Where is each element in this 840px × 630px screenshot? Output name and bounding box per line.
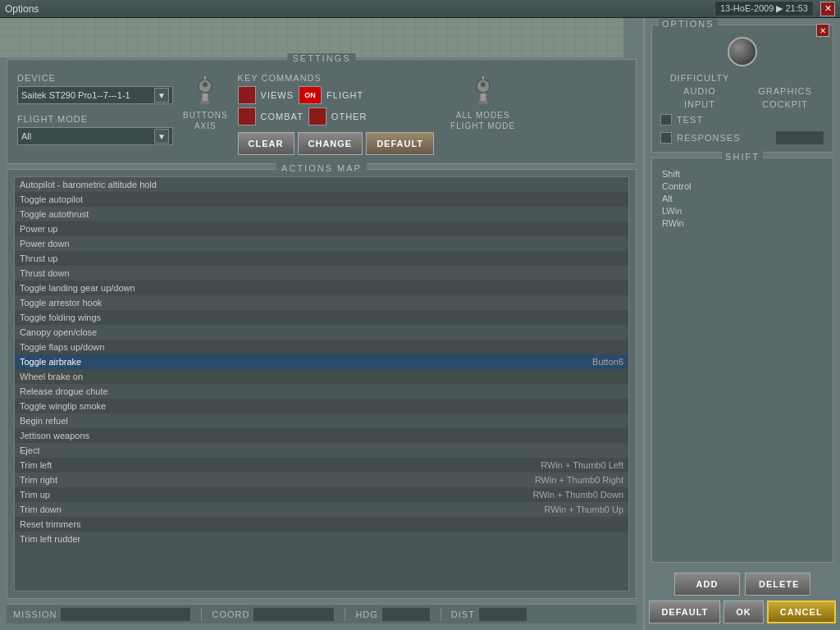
- action-item[interactable]: Eject: [15, 443, 628, 458]
- dist-field: DIST: [451, 607, 527, 622]
- action-item[interactable]: Toggle airbrakeButton6: [15, 354, 628, 369]
- flight-mode-label: FLIGHT MODE: [17, 114, 173, 124]
- coord-input[interactable]: [253, 607, 335, 622]
- other-indicator[interactable]: [308, 107, 326, 126]
- shift-item[interactable]: Alt: [660, 193, 824, 204]
- actions-list[interactable]: Autopilot - barometric altitude holdTogg…: [15, 177, 628, 591]
- action-item[interactable]: Trim rightRWin + Thumb0 Right: [15, 472, 628, 487]
- action-binding: RWin + Thumb0 Right: [535, 475, 623, 485]
- window-title: Options: [5, 3, 39, 15]
- views-indicator[interactable]: [238, 86, 256, 104]
- device-dropdown-arrow[interactable]: ▼: [154, 88, 169, 103]
- ok-button[interactable]: OK: [724, 600, 764, 623]
- action-item[interactable]: Toggle flaps up/down: [15, 340, 628, 354]
- action-item[interactable]: Toggle folding wings: [15, 310, 628, 325]
- action-name: Canopy open/close: [20, 327, 623, 337]
- action-item[interactable]: Thrust up: [15, 251, 628, 266]
- action-item[interactable]: Toggle autothrust: [15, 207, 628, 221]
- main-content: SETTINGS DEVICE Saitek ST290 Pro1--7---1…: [0, 18, 840, 630]
- action-item[interactable]: Release drogue chute: [15, 384, 628, 399]
- action-item[interactable]: Jettison weapons: [15, 428, 628, 443]
- action-item[interactable]: Toggle arrestor hook: [15, 295, 628, 310]
- dist-input[interactable]: [478, 607, 527, 622]
- action-name: Toggle airbrake: [20, 357, 592, 367]
- nav-difficulty[interactable]: DIFFICULTY: [660, 73, 739, 83]
- svg-point-9: [481, 82, 486, 87]
- combat-label: COMBAT: [261, 112, 304, 121]
- device-select[interactable]: Saitek ST290 Pro1--7---1-1 ▼: [17, 86, 173, 104]
- mission-label: MISSION: [13, 609, 57, 619]
- action-name: Toggle folding wings: [20, 313, 623, 322]
- action-item[interactable]: Toggle autopilot: [15, 192, 628, 207]
- action-item[interactable]: Toggle wingtip smoke: [15, 399, 628, 413]
- action-item[interactable]: Trim upRWin + Thumb0 Down: [15, 487, 628, 502]
- action-item[interactable]: Autopilot - barometric altitude hold: [15, 177, 628, 192]
- action-item[interactable]: Trim downRWin + Thumb0 Up: [15, 502, 628, 517]
- default-settings-button[interactable]: DEFAULT: [366, 132, 434, 155]
- joystick-icon: [195, 76, 215, 109]
- action-name: Release drogue chute: [20, 386, 623, 396]
- test-row: TEST: [660, 114, 824, 126]
- hdg-input[interactable]: [381, 607, 431, 622]
- shift-item[interactable]: Shift: [660, 168, 824, 180]
- combat-indicator[interactable]: [238, 107, 256, 126]
- map-background: [0, 18, 623, 57]
- device-value: Saitek ST290 Pro1--7---1-1: [21, 90, 154, 100]
- flight-mode-select[interactable]: All ▼: [17, 127, 173, 145]
- settings-section-title: SETTINGS: [287, 53, 355, 63]
- views-row: VIEWS ON FLIGHT: [238, 86, 434, 104]
- device-label: DEVICE: [17, 73, 173, 83]
- all-modes-joystick-icon: [473, 76, 493, 109]
- window-close-button[interactable]: ✕: [820, 2, 835, 16]
- add-button[interactable]: ADD: [674, 573, 740, 596]
- clear-button[interactable]: CLEAR: [238, 132, 294, 155]
- action-name: Power up: [20, 224, 623, 234]
- action-item[interactable]: Power down: [15, 236, 628, 251]
- test-checkbox[interactable]: [660, 114, 672, 126]
- action-binding: RWin + Thumb0 Down: [532, 490, 623, 500]
- mission-input[interactable]: [60, 607, 191, 622]
- nav-input[interactable]: INPUT: [660, 99, 739, 109]
- buttons-axis-column: BUTTONS AXIS: [183, 76, 228, 130]
- nav-graphics[interactable]: GRAPHICS: [746, 86, 824, 96]
- test-label: TEST: [677, 115, 824, 125]
- change-button[interactable]: CHANGE: [298, 132, 363, 155]
- titlebar-right: 13-НоЕ-2009 ▶ 21:53 ✕: [714, 1, 835, 16]
- shift-item[interactable]: LWin: [660, 205, 824, 217]
- coord-label: COORD: [212, 609, 249, 619]
- mission-field: MISSION: [13, 607, 191, 622]
- hdg-field: HDG: [355, 607, 430, 622]
- flight-mode-dropdown-arrow[interactable]: ▼: [154, 129, 169, 144]
- action-item[interactable]: Canopy open/close: [15, 325, 628, 340]
- responses-checkbox[interactable]: [660, 132, 672, 144]
- action-name: Trim left: [20, 460, 541, 470]
- bottom-default-button[interactable]: DEFAULT: [649, 600, 720, 623]
- shift-item[interactable]: RWin: [660, 217, 824, 229]
- options-nav: DIFFICULTY AUDIO GRAPHICS INPUT COCKPIT: [660, 73, 824, 109]
- responses-input[interactable]: [775, 130, 824, 145]
- action-name: Trim left rudder: [20, 534, 623, 544]
- action-item[interactable]: Begin refuel: [15, 413, 628, 428]
- delete-button[interactable]: DELETE: [745, 573, 810, 596]
- nav-audio[interactable]: AUDIO: [660, 86, 739, 96]
- action-item[interactable]: Reset trimmers: [15, 517, 628, 532]
- action-item[interactable]: Wheel brake on: [15, 369, 628, 384]
- action-buttons-row: CLEAR CHANGE DEFAULT: [238, 132, 434, 155]
- action-item[interactable]: Thrust down: [15, 266, 628, 281]
- shift-item[interactable]: Control: [660, 180, 824, 192]
- action-item[interactable]: Trim left rudder: [15, 532, 628, 546]
- action-item[interactable]: Power up: [15, 221, 628, 236]
- options-close-button[interactable]: ✕: [816, 24, 829, 37]
- cancel-button[interactable]: CANCEL: [767, 600, 836, 623]
- action-item[interactable]: Trim leftRWin + Thumb0 Left: [15, 458, 628, 472]
- options-knob[interactable]: [728, 37, 757, 66]
- action-name: Thrust down: [20, 268, 623, 278]
- action-name: Toggle flaps up/down: [20, 342, 623, 352]
- nav-cockpit[interactable]: COCKPIT: [746, 99, 824, 109]
- flight-on-indicator[interactable]: ON: [299, 86, 322, 104]
- svg-rect-6: [478, 101, 488, 104]
- action-item[interactable]: Toggle landing gear up/down: [15, 281, 628, 295]
- action-name: Eject: [20, 445, 623, 455]
- key-commands-column: KEY COMMANDS VIEWS ON FLIGHT COMBAT OTHE…: [238, 73, 434, 155]
- action-binding: RWin + Thumb0 Up: [545, 504, 624, 514]
